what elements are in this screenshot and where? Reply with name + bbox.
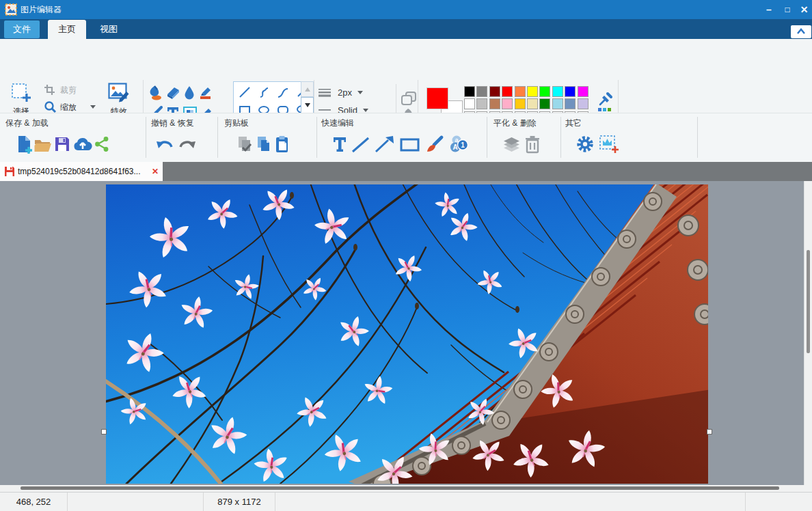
thickness-dropdown[interactable]: 2px <box>317 84 380 100</box>
status-bar: 468, 252 879 x 1172 <box>0 492 812 511</box>
document-tab-title: tmp524019c52b08412d8641f63... <box>18 162 141 181</box>
document-tab[interactable]: tmp524019c52b08412d8641f63... ✕ <box>0 162 163 181</box>
color-swatch[interactable] <box>502 86 513 97</box>
upload-button[interactable] <box>73 137 92 154</box>
selection-handle-right[interactable] <box>707 429 712 434</box>
gallery-scroll-down-button[interactable] <box>301 97 314 113</box>
color-swatch[interactable] <box>539 98 550 109</box>
vertical-scrollbar[interactable] <box>804 181 812 485</box>
crop-button[interactable]: 裁剪 <box>42 84 86 96</box>
color-swatch[interactable] <box>515 86 526 97</box>
triangle-up-icon <box>304 87 311 92</box>
group-title-undo-redo: 撤销 & 恢复 <box>151 118 194 129</box>
eraser-tool-button[interactable] <box>165 85 180 103</box>
step-counter-icon: a A 1 <box>449 135 470 154</box>
shape-outline-icon <box>401 91 417 106</box>
app-logo-icon <box>5 3 17 16</box>
line-thickness-icon <box>317 87 332 97</box>
tab-home[interactable]: 主页 <box>48 20 86 39</box>
color-swatch[interactable] <box>578 86 588 97</box>
triangle-down-icon <box>304 102 311 108</box>
shape-s-curve[interactable] <box>254 84 273 100</box>
undo-button[interactable] <box>157 137 174 156</box>
color-swatch[interactable] <box>527 98 538 109</box>
close-button[interactable]: ✕ <box>797 0 811 19</box>
quick-counter-button[interactable]: a A 1 <box>449 135 470 156</box>
status-cell-empty <box>68 493 204 511</box>
new-file-button[interactable] <box>16 135 34 157</box>
cloud-upload-icon <box>73 137 92 152</box>
open-file-button[interactable] <box>34 137 52 155</box>
blur-tool-button[interactable] <box>182 85 196 103</box>
color-swatch[interactable] <box>502 98 513 109</box>
tab-file[interactable]: 文件 <box>4 20 40 38</box>
fill-tool-button[interactable] <box>148 85 163 103</box>
color-swatch[interactable] <box>565 98 576 109</box>
menu-bar: 文件 主页 视图 <box>0 19 812 39</box>
color-swatch[interactable] <box>565 86 576 97</box>
quick-rectangle-button[interactable] <box>400 138 420 154</box>
tab-view[interactable]: 视图 <box>89 20 128 39</box>
image-size-value: 879 x 1172 <box>217 497 260 507</box>
highlighter-tool-button[interactable] <box>199 85 214 103</box>
dropdown-arrow-icon <box>357 91 363 94</box>
document-tab-bar: tmp524019c52b08412d8641f63... ✕ <box>0 162 812 181</box>
divider <box>217 117 218 158</box>
floppy-disk-icon <box>54 136 70 152</box>
maximize-button[interactable]: □ <box>779 0 796 19</box>
eyedropper-button[interactable] <box>599 91 614 109</box>
trash-icon <box>524 135 541 154</box>
photo-magnolia-blossoms[interactable] <box>106 184 708 484</box>
collapse-ribbon-button[interactable] <box>791 25 811 38</box>
cursor-position-value: 468, 252 <box>16 497 51 507</box>
color-swatch[interactable] <box>552 98 563 109</box>
foreground-color[interactable] <box>427 87 448 109</box>
delete-button[interactable] <box>524 135 541 156</box>
group-title-quick-edit: 快速编辑 <box>321 118 354 129</box>
save-button[interactable] <box>54 136 70 155</box>
quick-arrow-button[interactable] <box>375 136 394 156</box>
shape-line[interactable] <box>235 84 254 100</box>
status-image-size: 879 x 1172 <box>204 493 275 511</box>
color-swatch[interactable] <box>476 86 487 97</box>
redo-button[interactable] <box>178 137 195 156</box>
color-swatch[interactable] <box>464 98 475 109</box>
color-swatch[interactable] <box>578 98 588 109</box>
title-bar: 图片编辑器 – □ ✕ <box>0 0 812 19</box>
rectangle-icon <box>400 138 420 152</box>
zoom-button[interactable]: 缩放 <box>42 100 100 114</box>
quick-line-button[interactable] <box>351 137 370 156</box>
selection-handle-left[interactable] <box>101 429 107 434</box>
gallery-scroll-up-button[interactable] <box>301 81 314 97</box>
quick-brush-button[interactable] <box>425 135 444 156</box>
vertical-scrollbar-thumb[interactable] <box>807 250 810 353</box>
divider <box>560 117 561 158</box>
horizontal-scrollbar[interactable] <box>0 485 812 492</box>
share-button[interactable] <box>94 136 110 155</box>
color-swatch[interactable] <box>476 98 487 109</box>
minimize-button[interactable]: – <box>761 0 777 19</box>
color-swatch[interactable] <box>527 86 538 97</box>
color-swatch[interactable] <box>489 98 500 109</box>
copy-button[interactable] <box>256 136 273 156</box>
horizontal-scrollbar-thumb[interactable] <box>21 486 779 490</box>
color-swatch[interactable] <box>552 86 563 97</box>
color-swatch[interactable] <box>539 86 550 97</box>
color-swatch[interactable] <box>515 98 526 109</box>
copy-merged-button[interactable] <box>237 136 254 156</box>
quick-text-button[interactable] <box>332 136 347 155</box>
custom-select-button[interactable] <box>599 135 619 157</box>
flatten-layers-button[interactable] <box>502 136 521 156</box>
canvas-area[interactable] <box>0 181 804 485</box>
divider <box>316 117 317 158</box>
ribbon: 选择 裁剪 缩放 旋转 <box>0 39 812 113</box>
image-editor-window: 图片编辑器 – □ ✕ 文件 主页 视图 选择 <box>0 0 812 511</box>
document-tab-close-button[interactable]: ✕ <box>150 162 161 181</box>
color-swatch[interactable] <box>489 86 500 97</box>
shape-curve[interactable] <box>273 84 292 100</box>
shape-outline-style-button[interactable] <box>401 91 417 109</box>
color-swatch[interactable] <box>464 86 475 97</box>
settings-button[interactable] <box>576 135 595 156</box>
divider <box>697 117 698 158</box>
paste-button[interactable] <box>275 135 291 156</box>
